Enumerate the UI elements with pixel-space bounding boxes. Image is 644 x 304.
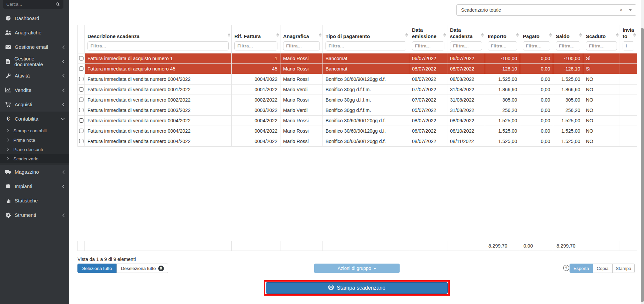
sort-icons[interactable] xyxy=(633,33,636,37)
checkbox-cell xyxy=(78,84,85,95)
sort-icons[interactable] xyxy=(443,33,446,37)
sidebar-item-prima-nota[interactable]: Prima nota xyxy=(0,135,69,145)
sort-icons[interactable] xyxy=(319,33,321,37)
cell-saldo: -128,10 xyxy=(553,63,583,74)
cell-scadenza: 08/11/2022 xyxy=(447,136,485,146)
help-icon[interactable]: ? xyxy=(563,265,569,271)
chevron-left-icon xyxy=(62,184,65,188)
copy-button[interactable]: Copia xyxy=(593,264,613,273)
cell-tipo: Bonifico 30gg d.f.f.m. xyxy=(323,95,409,105)
deselect-all-button[interactable]: Deseleziona tutto 0 xyxy=(117,264,168,273)
column-label: Scaduto xyxy=(586,33,617,40)
view-selector[interactable]: Scadenzario totale × xyxy=(456,4,636,16)
cell-saldo: 1.525,00 xyxy=(553,136,583,146)
sidebar-item-label: Vendite xyxy=(15,87,31,93)
column-header-saldo[interactable]: Saldo xyxy=(553,25,583,53)
sidebar-item-attivit[interactable]: Attività xyxy=(0,68,69,83)
row-checkbox[interactable] xyxy=(79,56,83,60)
print-button[interactable]: Stampa xyxy=(613,264,635,273)
filter-input-pagato[interactable] xyxy=(523,41,550,50)
cell-scadenza: 31/08/2022 xyxy=(447,95,485,105)
sidebar-item-acquisti[interactable]: Acquisti xyxy=(0,97,69,112)
sidebar-item-strumenti[interactable]: Strumenti xyxy=(0,208,69,222)
sort-icons[interactable] xyxy=(276,33,279,37)
sort-icons[interactable] xyxy=(549,33,552,37)
column-header-rif[interactable]: Rif. Fattura xyxy=(232,25,280,53)
export-button[interactable]: Esporta xyxy=(570,264,593,273)
column-header-tipo[interactable]: Tipo di pagamento xyxy=(323,25,409,53)
column-header-inviato[interactable]: Inviato xyxy=(620,25,637,53)
row-checkbox[interactable] xyxy=(79,118,83,123)
selection-button-group: Seleziona tutto Deseleziona tutto 0 xyxy=(77,264,168,273)
cell-scadenza: 08/10/2022 xyxy=(447,126,485,136)
chevron-left-icon xyxy=(62,45,65,49)
sort-icons[interactable] xyxy=(579,33,582,37)
filter-input-importo[interactable] xyxy=(488,41,517,50)
row-checkbox[interactable] xyxy=(79,139,83,143)
cell-tipo: Bancomat xyxy=(323,63,409,74)
row-checkbox[interactable] xyxy=(79,129,83,133)
totals-row: 8.299,700,008.299,70 xyxy=(78,241,637,251)
column-header-descrizione[interactable]: Descrizione scadenza xyxy=(85,25,232,53)
sidebar-item-vendite[interactable]: Vendite xyxy=(0,83,69,97)
filter-input-rif[interactable] xyxy=(234,41,277,50)
cell-saldo: 256,20 xyxy=(553,105,583,115)
column-header-emissione[interactable]: Data emissione xyxy=(409,25,447,53)
scrollbar-thumb[interactable] xyxy=(641,28,644,302)
column-header-anagrafica[interactable]: Anagrafica xyxy=(280,25,323,53)
cell-anagrafica: Mario Rossi xyxy=(280,115,323,126)
checkbox-cell xyxy=(78,74,85,84)
scrollbar[interactable] xyxy=(641,0,644,304)
sidebar-item-contabilit[interactable]: €Contabilità xyxy=(0,112,69,126)
clear-icon[interactable]: × xyxy=(620,7,623,13)
filter-input-scaduto[interactable] xyxy=(586,41,617,50)
cell-inviato xyxy=(620,126,637,136)
sidebar-item-impianti[interactable]: Impianti xyxy=(0,179,69,193)
cell-descrizione: Fattura immediata di vendita numero 0003… xyxy=(85,105,232,115)
sidebar-item-stampe-contabili[interactable]: Stampe contabili xyxy=(0,126,69,135)
select-all-button[interactable]: Seleziona tutto xyxy=(77,264,117,273)
row-checkbox[interactable] xyxy=(79,66,83,71)
row-checkbox[interactable] xyxy=(79,87,83,92)
sidebar-item-piano-dei-conti[interactable]: Piano dei conti xyxy=(0,145,69,154)
filter-input-emissione[interactable] xyxy=(412,41,444,50)
wrench-icon xyxy=(4,73,12,79)
stampa-scadenzario-button[interactable]: Stampa scadenzario xyxy=(266,282,448,294)
sidebar-item-magazzino[interactable]: Magazzino xyxy=(0,165,69,179)
group-actions-button[interactable]: Azioni di gruppo xyxy=(314,264,400,273)
filter-input-scadenza[interactable] xyxy=(450,41,482,50)
chevron-down-icon[interactable] xyxy=(629,9,632,11)
sidebar-item-gestione-documentale[interactable]: Gestione documentale xyxy=(0,54,69,68)
sidebar-item-anagrafiche[interactable]: Anagrafiche xyxy=(0,25,69,40)
sidebar-item-statistiche[interactable]: Statistiche xyxy=(0,193,69,208)
sidebar-item-scadenzario[interactable]: Scadenzario xyxy=(0,154,69,163)
search-icon[interactable] xyxy=(55,2,60,7)
sort-icons[interactable] xyxy=(516,33,519,37)
column-header-scaduto[interactable]: Scaduto xyxy=(583,25,620,53)
sort-icons[interactable] xyxy=(481,33,484,37)
sidebar-item-gestione-email[interactable]: Gestione email xyxy=(0,40,69,54)
sort-icons[interactable] xyxy=(405,33,408,37)
cell-anagrafica: Mario Verdi xyxy=(280,84,323,95)
column-header-importo[interactable]: Importo xyxy=(485,25,520,53)
filter-input-inviato[interactable] xyxy=(623,41,634,50)
cell-inviato xyxy=(620,105,637,115)
sort-icons[interactable] xyxy=(616,33,619,37)
filter-input-descrizione[interactable] xyxy=(87,41,229,50)
sort-icons[interactable] xyxy=(228,33,230,37)
row-checkbox[interactable] xyxy=(79,108,83,112)
sidebar-item-dashboard[interactable]: Dashboard xyxy=(0,11,69,25)
checkbox-cell xyxy=(78,63,85,74)
column-header-pagato[interactable]: Pagato xyxy=(520,25,553,53)
filter-input-saldo[interactable] xyxy=(556,41,580,50)
filter-input-anagrafica[interactable] xyxy=(283,41,320,50)
total-importo: 8.299,70 xyxy=(485,241,520,251)
column-header-scadenza[interactable]: Data scadenza xyxy=(447,25,485,53)
checkbox-cell xyxy=(78,136,85,146)
row-checkbox[interactable] xyxy=(79,98,83,102)
search-input[interactable] xyxy=(6,2,53,7)
filter-input-tipo[interactable] xyxy=(326,41,406,50)
highlight-annotation: Stampa scadenzario xyxy=(264,280,450,296)
cell-descrizione: Fattura immediata di vendita numero 0004… xyxy=(85,126,232,136)
row-checkbox[interactable] xyxy=(79,77,83,81)
